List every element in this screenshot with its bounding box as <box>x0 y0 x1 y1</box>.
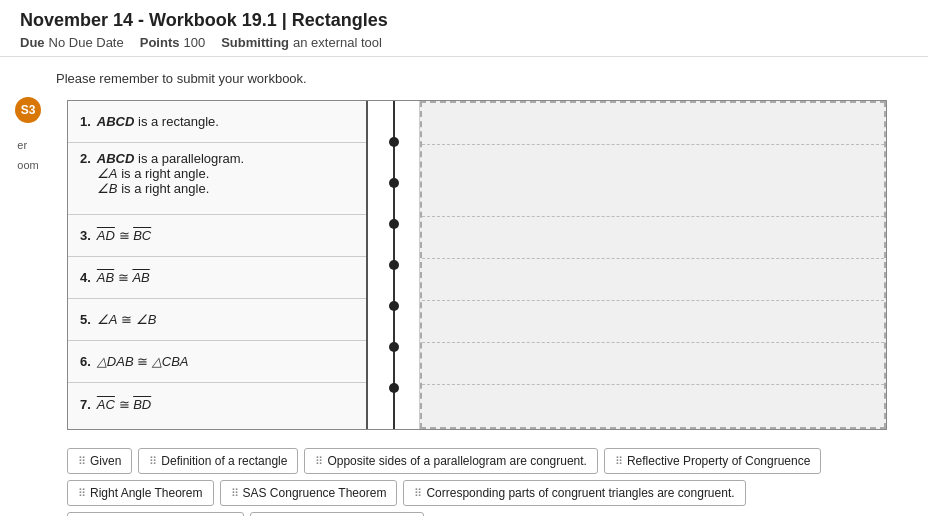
statement-row-2: 2. ABCD is a parallelogram. ∠A is a righ… <box>68 143 366 215</box>
submitting-label: Submitting <box>221 35 289 50</box>
drag-icon-right-angle: ⠿ <box>78 487 86 500</box>
reason-row-7[interactable] <box>422 385 884 427</box>
main-content: Please remember to submit your workbook.… <box>46 67 908 516</box>
tile-def-parallel[interactable]: ⠿ Definition of parallelogram <box>250 512 423 516</box>
proof-table: 1. ABCD is a rectangle. 2. ABCD is a par… <box>67 100 887 430</box>
points-label: Points <box>140 35 180 50</box>
tile-corr-parts-label: Corresponding parts of congruent triangl… <box>426 486 734 500</box>
due-label: Due <box>20 35 45 50</box>
dot-6[interactable] <box>389 342 399 352</box>
submitting-item: Submitting an external tool <box>221 35 382 50</box>
tile-right-angle-label: Right Angle Theorem <box>90 486 203 500</box>
page-title: November 14 - Workbook 19.1 | Rectangles <box>20 10 908 31</box>
nav-link-oom[interactable]: oom <box>17 159 38 171</box>
dot-5[interactable] <box>389 301 399 311</box>
tile-reflective[interactable]: ⠿ Reflective Property of Congruence <box>604 448 821 474</box>
tile-def-rect[interactable]: ⠿ Definition of a rectangle <box>138 448 298 474</box>
statement-row-7: 7. AC ≅ BD <box>68 383 366 425</box>
tile-asa[interactable]: ⠿ ASA Congruence Theorem <box>67 512 244 516</box>
tile-sas[interactable]: ⠿ SAS Congruence Theorem <box>220 480 398 506</box>
drag-icon-sas: ⠿ <box>231 487 239 500</box>
tile-opp-sides-label: Opposite sides of a parallelogram are co… <box>327 454 586 468</box>
tile-right-angle[interactable]: ⠿ Right Angle Theorem <box>67 480 214 506</box>
reasons-column <box>420 101 886 429</box>
reason-row-5[interactable] <box>422 301 884 343</box>
content-area: S3 er oom Please remember to submit your… <box>0 57 928 516</box>
avatar: S3 <box>15 97 41 123</box>
meta-row: Due No Due Date Points 100 Submitting an… <box>20 35 908 50</box>
tile-def-rect-label: Definition of a rectangle <box>161 454 287 468</box>
statement-row-4: 4. AB ≅ AB <box>68 257 366 299</box>
submit-notice: Please remember to submit your workbook. <box>56 67 898 90</box>
tile-sas-label: SAS Congruence Theorem <box>243 486 387 500</box>
statement-row-1: 1. ABCD is a rectangle. <box>68 101 366 143</box>
points-value: 100 <box>183 35 205 50</box>
drag-icon-corr-parts: ⠿ <box>414 487 422 500</box>
dot-1[interactable] <box>389 137 399 147</box>
dot-7[interactable] <box>389 383 399 393</box>
drag-icon-def-rect: ⠿ <box>149 455 157 468</box>
drag-icon-given: ⠿ <box>78 455 86 468</box>
tile-reflective-label: Reflective Property of Congruence <box>627 454 810 468</box>
page-wrapper: November 14 - Workbook 19.1 | Rectangles… <box>0 0 928 516</box>
tile-given[interactable]: ⠿ Given <box>67 448 132 474</box>
reason-row-2[interactable] <box>422 145 884 217</box>
statements-column: 1. ABCD is a rectangle. 2. ABCD is a par… <box>68 101 368 429</box>
points-item: Points 100 <box>140 35 205 50</box>
statement-row-5: 5. ∠A ≅ ∠B <box>68 299 366 341</box>
due-value: No Due Date <box>49 35 124 50</box>
reason-row-6[interactable] <box>422 343 884 385</box>
dot-2[interactable] <box>389 178 399 188</box>
dot-3[interactable] <box>389 219 399 229</box>
drag-icon-opp-sides: ⠿ <box>315 455 323 468</box>
submitting-value: an external tool <box>293 35 382 50</box>
left-sidebar: S3 er oom <box>10 67 46 516</box>
dot-4[interactable] <box>389 260 399 270</box>
tile-corr-parts[interactable]: ⠿ Corresponding parts of congruent trian… <box>403 480 745 506</box>
nav-link-er[interactable]: er <box>17 139 38 151</box>
due-item: Due No Due Date <box>20 35 124 50</box>
reason-tiles: ⠿ Given ⠿ Definition of a rectangle ⠿ Op… <box>67 438 887 516</box>
header-bar: November 14 - Workbook 19.1 | Rectangles… <box>0 0 928 57</box>
drag-icon-reflective: ⠿ <box>615 455 623 468</box>
statement-row-3: 3. AD ≅ BC <box>68 215 366 257</box>
connector-column <box>368 101 420 429</box>
statement-row-6: 6. △DAB ≅ △CBA <box>68 341 366 383</box>
reason-row-3[interactable] <box>422 217 884 259</box>
tile-opp-sides[interactable]: ⠿ Opposite sides of a parallelogram are … <box>304 448 597 474</box>
reason-row-4[interactable] <box>422 259 884 301</box>
nav-links: er oom <box>17 139 38 171</box>
reason-row-1[interactable] <box>422 103 884 145</box>
tile-given-label: Given <box>90 454 121 468</box>
